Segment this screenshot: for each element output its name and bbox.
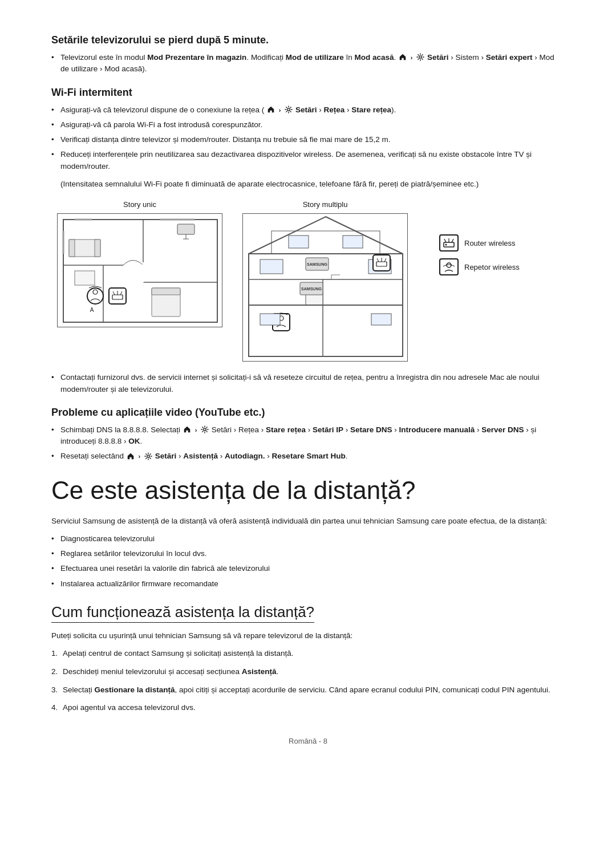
list-item: Instalarea actualizărilor firmware recom…: [51, 578, 565, 590]
svg-rect-34: [260, 259, 283, 274]
list-item: Asigurați-vă că parola Wi-Fi a fost intr…: [51, 119, 565, 131]
list-item: 3. Selectați Gestionare la distanță, apo…: [51, 684, 565, 696]
settings-icon-inline: [416, 53, 424, 61]
bullet-text: Resetați selectând › Setări › Asistență …: [60, 452, 347, 460]
list-item: Reglarea setărilor televizorului în locu…: [51, 548, 565, 559]
floor-plan-single: A: [57, 213, 222, 327]
svg-rect-18: [75, 271, 95, 285]
list-item: Verificați distanța dintre televizor și …: [51, 134, 565, 145]
diagram-multi-story: Story multiplu: [228, 200, 422, 362]
list-item: Efectuarea unei resetări la valorile din…: [51, 563, 565, 574]
caption-single: Story unic: [123, 200, 156, 209]
repetor-legend-icon: [439, 258, 459, 275]
svg-rect-12: [177, 224, 194, 234]
floor-plan-multi-svg: SAMSUNG SAMSUNG: [243, 214, 408, 362]
svg-point-63: [204, 428, 206, 431]
how-remote-intro: Puteți solicita cu ușurință unui tehnici…: [51, 630, 565, 642]
list-item: Televizorul este în modul Mod Prezentare…: [51, 52, 565, 75]
svg-rect-56: [371, 314, 391, 325]
diagram-legend: Router wireless Repetor wireless: [422, 234, 565, 281]
svg-line-60: [452, 239, 453, 242]
heading-wifi: Wi-Fi intermitent: [51, 87, 565, 99]
legend-router-label: Router wireless: [464, 239, 516, 248]
svg-rect-53: [249, 305, 403, 356]
heading-setari-pierd: Setările televizorului se pierd după 5 m…: [51, 34, 565, 46]
bullet-text: Reduceți interferențele prin neutilizare…: [60, 150, 532, 170]
diagram-area: Story unic: [51, 200, 565, 362]
heading-video-apps: Probleme cu aplicațiile video (YouTube e…: [51, 407, 565, 419]
list-wifi: Asigurați-vă că televizorul dispune de o…: [51, 104, 565, 172]
list-item: 1. Apelați centrul de contact Samsung și…: [51, 647, 565, 660]
svg-point-0: [419, 56, 422, 58]
svg-rect-20: [152, 288, 180, 295]
bullet-text: Instalarea actualizărilor firmware recom…: [60, 579, 218, 588]
settings-icon-inline: [285, 106, 293, 113]
svg-rect-55: [260, 314, 280, 325]
section-wifi: Wi-Fi intermitent Asigurați-vă că televi…: [51, 87, 565, 395]
list-item: 4. Apoi agentul va accesa televizorul dv…: [51, 701, 565, 714]
list-setari-pierd: Televizorul este în modul Mod Prezentare…: [51, 52, 565, 75]
home-icon: [267, 106, 275, 113]
svg-text:A: A: [90, 307, 94, 313]
list-how-remote: 1. Apelați centrul de contact Samsung și…: [51, 647, 565, 713]
bullet-text: Schimbați DNS la 8.8.8.8. Selectați › Se…: [60, 425, 536, 445]
svg-rect-38: [343, 236, 363, 248]
svg-point-1: [287, 108, 290, 111]
step-number: 4.: [51, 701, 58, 714]
wifi-indent-note: (Intensitatea semnalului Wi-Fi poate fi …: [60, 178, 565, 190]
list-remote-assist: Diagnosticarea televizorului Reglarea se…: [51, 533, 565, 590]
bullet-text: Reglarea setărilor televizorului în locu…: [60, 549, 207, 558]
list-item-contact: Contactați furnizorul dvs. de servicii i…: [51, 372, 565, 395]
list-video-apps: Schimbați DNS la 8.8.8.8. Selectați › Se…: [51, 424, 565, 462]
list-item: Resetați selectând › Setări › Asistență …: [51, 451, 565, 462]
svg-rect-46: [373, 255, 390, 271]
bullet-text: Asigurați-vă că televizorul dispune de o…: [60, 106, 396, 114]
step-number: 1.: [51, 647, 58, 660]
step-number: 3.: [51, 684, 58, 696]
svg-rect-16: [69, 240, 75, 257]
svg-rect-36: [306, 294, 323, 305]
heading-how-remote: Cum funcționează asistența la distanță?: [51, 603, 314, 623]
step-text: Apoi agentul va accesa televizorul dvs.: [63, 703, 196, 712]
svg-text:SAMSUNG: SAMSUNG: [307, 262, 327, 266]
section-video-apps: Probleme cu aplicațiile video (YouTube e…: [51, 407, 565, 462]
step-text: Apelați centrul de contact Samsung și so…: [63, 649, 293, 658]
heading-remote-assist-big: Ce este asistența de la distanță?: [51, 476, 565, 505]
legend-repetor: Repetor wireless: [439, 258, 565, 275]
svg-point-62: [447, 263, 451, 267]
footer: Română - 8: [51, 737, 565, 745]
home-icon: [183, 425, 191, 433]
section-remote-assist: Ce este asistența de la distanță? Servic…: [51, 476, 565, 590]
section-how-remote: Cum funcționează asistența la distanță? …: [51, 603, 565, 714]
home-icon: [399, 53, 407, 61]
bullet-text: Efectuarea unei resetări la valorile din…: [60, 564, 270, 573]
svg-rect-26: [87, 288, 103, 304]
list-item: Reduceți interferențele prin neutilizare…: [51, 149, 565, 172]
svg-rect-21: [109, 288, 126, 304]
settings-icon-inline: [201, 425, 209, 433]
step-number: 2.: [51, 666, 58, 678]
settings-icon-inline: [144, 452, 152, 460]
section-setari-pierd: Setările televizorului se pierd după 5 m…: [51, 34, 565, 75]
home-icon: [127, 452, 135, 460]
bullet-text: Diagnosticarea televizorului: [60, 534, 155, 543]
svg-text:SAMSUNG: SAMSUNG: [301, 287, 322, 291]
contact-text: Contactați furnizorul dvs. de servicii i…: [60, 373, 540, 393]
svg-rect-17: [95, 240, 100, 257]
list-item: 2. Deschideți meniul televizorului și ac…: [51, 666, 565, 678]
svg-point-61: [445, 244, 447, 246]
step-text: Selectați Gestionare la distanță, apoi c…: [63, 685, 550, 694]
list-contact: Contactați furnizorul dvs. de servicii i…: [51, 372, 565, 395]
router-legend-icon: [439, 234, 459, 251]
list-item: Schimbați DNS la 8.8.8.8. Selectați › Se…: [51, 424, 565, 448]
legend-repetor-label: Repetor wireless: [464, 263, 520, 271]
diagram-single-story: Story unic: [51, 200, 228, 327]
svg-point-64: [147, 455, 149, 457]
remote-assist-intro: Serviciul Samsung de asistență de la dis…: [51, 515, 565, 528]
bullet-text: Verificați distanța dintre televizor și …: [60, 135, 391, 144]
floor-plan-multi: SAMSUNG SAMSUNG: [242, 213, 408, 362]
list-item: Diagnosticarea televizorului: [51, 533, 565, 545]
bullet-text: Asigurați-vă că parola Wi-Fi a fost intr…: [60, 120, 262, 129]
step-text: Deschideți meniul televizorului și acces…: [63, 667, 278, 676]
list-item: Asigurați-vă că televizorul dispune de o…: [51, 104, 565, 116]
